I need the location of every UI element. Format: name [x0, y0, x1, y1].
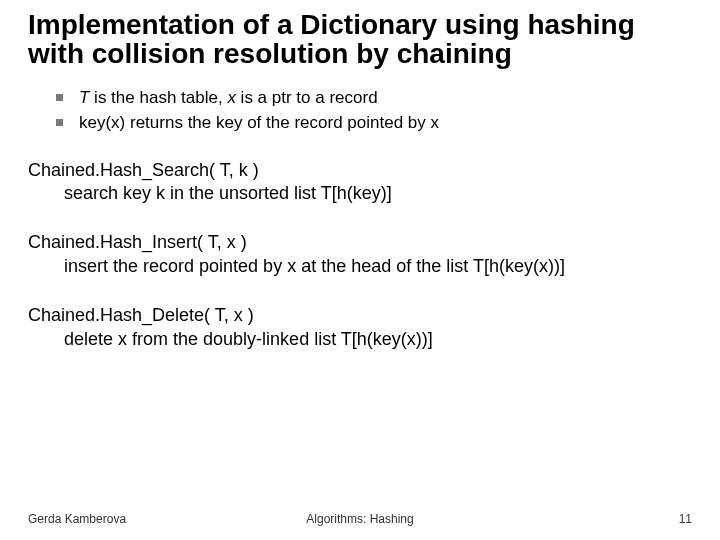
- code-block-insert: Chained.Hash_Insert( T, x ) insert the r…: [28, 231, 692, 278]
- bullet-icon: [56, 94, 63, 101]
- text-frag: is the hash table,: [89, 88, 227, 107]
- var-T: T: [79, 88, 89, 107]
- code-block-delete: Chained.Hash_Delete( T, x ) delete x fro…: [28, 304, 692, 351]
- list-item: T is the hash table, x is a ptr to a rec…: [56, 87, 692, 110]
- function-signature: Chained.Hash_Search( T, k ): [28, 159, 692, 182]
- bullet-text-2: key(x) returns the key of the record poi…: [79, 112, 439, 135]
- footer-author: Gerda Kamberova: [28, 512, 126, 526]
- function-description: insert the record pointed by x at the he…: [64, 255, 692, 278]
- function-description: delete x from the doubly-linked list T[h…: [64, 328, 692, 351]
- function-description: search key k in the unsorted list T[h(ke…: [64, 182, 692, 205]
- bullet-list: T is the hash table, x is a ptr to a rec…: [56, 87, 692, 135]
- bullet-icon: [56, 119, 63, 126]
- function-signature: Chained.Hash_Delete( T, x ): [28, 304, 692, 327]
- text-frag: is a ptr to a record: [236, 88, 378, 107]
- slide-footer: Gerda Kamberova Algorithms: Hashing 11: [0, 512, 720, 526]
- slide-title: Implementation of a Dictionary using has…: [28, 10, 692, 69]
- code-block-search: Chained.Hash_Search( T, k ) search key k…: [28, 159, 692, 206]
- footer-page-number: 11: [679, 512, 692, 526]
- bullet-text-1: T is the hash table, x is a ptr to a rec…: [79, 87, 378, 110]
- list-item: key(x) returns the key of the record poi…: [56, 112, 692, 135]
- var-x: x: [227, 88, 236, 107]
- footer-title: Algorithms: Hashing: [306, 512, 413, 526]
- function-signature: Chained.Hash_Insert( T, x ): [28, 231, 692, 254]
